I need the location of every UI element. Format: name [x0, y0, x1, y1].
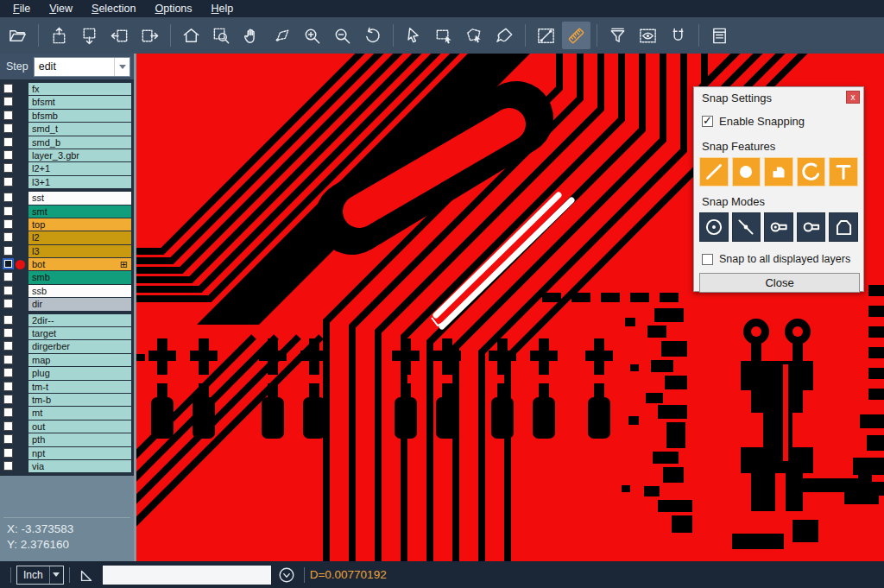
report-button[interactable]	[705, 22, 734, 49]
pan-hand-button[interactable]	[237, 22, 266, 49]
layer-name[interactable]: 2dir--	[28, 314, 131, 326]
layer-visibility-checkbox[interactable]	[3, 258, 14, 269]
view-options-button[interactable]	[634, 22, 662, 49]
highlight-brush-button[interactable]	[490, 22, 519, 49]
layer-visibility-checkbox[interactable]	[3, 150, 13, 160]
snap-line-button[interactable]	[699, 157, 729, 187]
layer-name[interactable]: layer_3.gbr	[28, 149, 131, 161]
layer-name[interactable]: out	[28, 420, 131, 433]
chevron-down-icon[interactable]	[49, 566, 63, 584]
select-rectangle-button[interactable]	[430, 22, 458, 49]
layer-name[interactable]: bfsmb	[28, 110, 131, 122]
layer-name[interactable]: smt	[28, 205, 131, 218]
layer-name[interactable]: l3+1	[28, 176, 131, 188]
filter-button[interactable]	[603, 22, 632, 49]
snap-contour-button[interactable]	[829, 212, 858, 242]
chevron-down-icon[interactable]	[114, 58, 129, 76]
layer-visibility-checkbox[interactable]	[3, 97, 13, 106]
layer-name[interactable]: ssb	[28, 285, 131, 297]
layer-visibility-checkbox[interactable]	[3, 163, 13, 173]
layer-name[interactable]: npt	[28, 447, 131, 459]
layer-visibility-checkbox[interactable]	[3, 408, 13, 417]
layer-visibility-checkbox[interactable]	[3, 272, 13, 281]
select-group-button[interactable]	[460, 22, 489, 49]
layer-name[interactable]: l2+1	[28, 162, 131, 174]
layer-visibility-checkbox[interactable]	[3, 232, 13, 242]
layer-visibility-checkbox[interactable]	[3, 123, 13, 133]
layer-name[interactable]: l2	[28, 231, 131, 243]
layer-visibility-checkbox[interactable]	[3, 193, 13, 202]
dialog-titlebar[interactable]: Snap Settings x	[694, 87, 863, 108]
layer-name[interactable]: tm-b	[28, 394, 131, 406]
zoom-home-button[interactable]	[177, 22, 205, 49]
scroll-up-button[interactable]	[45, 22, 73, 49]
zoom-previous-button[interactable]	[358, 22, 387, 49]
snap-button[interactable]	[664, 22, 692, 49]
layer-name[interactable]: l3	[28, 245, 131, 257]
snap-slot-end-button[interactable]	[797, 212, 826, 242]
layer-name[interactable]: pth	[28, 433, 131, 446]
open-file-button[interactable]	[3, 22, 32, 49]
layer-visibility-checkbox[interactable]	[3, 315, 13, 325]
scroll-down-button[interactable]	[75, 22, 104, 49]
scroll-left-button[interactable]	[105, 22, 134, 49]
snap-arc-button[interactable]	[797, 157, 826, 187]
snap-text-button[interactable]	[829, 157, 858, 187]
zoom-in-button[interactable]	[298, 22, 326, 49]
unit-select[interactable]: Inch	[16, 566, 64, 585]
select-arrow-button[interactable]	[400, 22, 428, 49]
layer-visibility-checkbox[interactable]	[3, 137, 13, 147]
layer-visibility-checkbox[interactable]	[3, 84, 13, 93]
layer-visibility-checkbox[interactable]	[3, 421, 13, 431]
dialog-close-button[interactable]: Close	[699, 273, 860, 293]
layer-visibility-checkbox[interactable]	[3, 395, 13, 404]
layer-visibility-checkbox[interactable]	[3, 434, 13, 444]
command-input[interactable]	[103, 566, 271, 585]
measure-ruler-button[interactable]	[562, 22, 590, 49]
step-select[interactable]: edit	[34, 57, 130, 77]
layer-name[interactable]: dir	[28, 298, 131, 310]
layer-name[interactable]: sst	[28, 192, 131, 204]
snap-midpoint-button[interactable]	[732, 212, 761, 242]
scroll-right-button[interactable]	[136, 22, 164, 49]
layer-visibility-checkbox[interactable]	[3, 461, 13, 471]
layer-name[interactable]: smd_b	[28, 136, 131, 149]
snap-slot-center-button[interactable]	[764, 212, 793, 242]
layer-visibility-checkbox[interactable]	[3, 219, 13, 229]
layer-visibility-checkbox[interactable]	[3, 299, 13, 308]
snap-all-layers-checkbox[interactable]	[702, 254, 713, 265]
layer-name[interactable]: smd_t	[28, 123, 131, 135]
layer-name[interactable]: bfsmt	[28, 96, 131, 108]
measure-distance-button[interactable]	[532, 22, 560, 49]
enable-snapping-checkbox[interactable]	[702, 116, 713, 127]
layer-visibility-checkbox[interactable]	[3, 368, 13, 377]
layer-name[interactable]: top	[28, 218, 131, 231]
menu-item[interactable]: Selection	[82, 1, 145, 16]
close-icon[interactable]: x	[846, 91, 860, 104]
layer-visibility-checkbox[interactable]	[3, 177, 13, 187]
layer-visibility-checkbox[interactable]	[3, 206, 13, 216]
refresh-sync-icon[interactable]	[277, 566, 296, 585]
layer-visibility-checkbox[interactable]	[3, 111, 13, 120]
layer-visibility-checkbox[interactable]	[3, 341, 13, 351]
layer-name[interactable]: bot	[28, 258, 131, 270]
menu-item[interactable]: Options	[145, 1, 201, 16]
layer-visibility-checkbox[interactable]	[3, 355, 13, 364]
move-vertex-button[interactable]	[268, 22, 296, 49]
zoom-window-button[interactable]	[207, 22, 236, 49]
layer-name[interactable]: fx	[28, 83, 131, 95]
layer-name[interactable]: via	[28, 460, 131, 472]
layer-visibility-checkbox[interactable]	[3, 448, 13, 458]
menu-item[interactable]: File	[3, 1, 40, 16]
menu-item[interactable]: View	[40, 1, 82, 16]
zoom-out-button[interactable]	[328, 22, 357, 49]
layer-grid-icon[interactable]: ⊞	[120, 258, 128, 270]
layer-visibility-checkbox[interactable]	[3, 328, 13, 338]
snap-center-button[interactable]	[699, 212, 729, 242]
snap-surface-button[interactable]	[764, 157, 793, 187]
layer-visibility-checkbox[interactable]	[3, 246, 13, 256]
menu-item[interactable]: Help	[202, 1, 243, 16]
layer-name[interactable]: mt	[28, 407, 131, 419]
layer-name[interactable]: target	[28, 327, 131, 339]
layer-name[interactable]: map	[28, 354, 131, 366]
